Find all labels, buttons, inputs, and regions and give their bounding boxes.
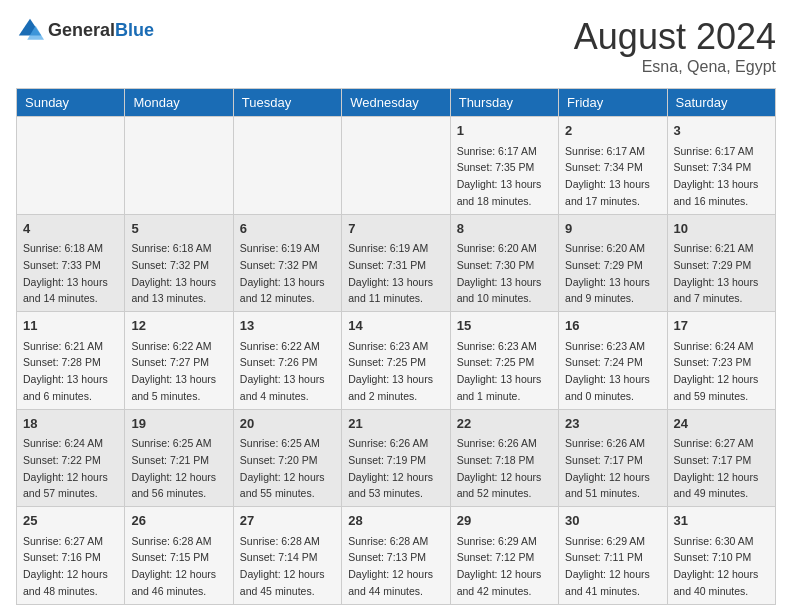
day-number: 8 bbox=[457, 219, 552, 239]
day-info: Sunrise: 6:23 AM Sunset: 7:25 PM Dayligh… bbox=[457, 340, 542, 402]
calendar-cell: 20Sunrise: 6:25 AM Sunset: 7:20 PM Dayli… bbox=[233, 409, 341, 507]
calendar-cell: 21Sunrise: 6:26 AM Sunset: 7:19 PM Dayli… bbox=[342, 409, 450, 507]
day-info: Sunrise: 6:18 AM Sunset: 7:33 PM Dayligh… bbox=[23, 242, 108, 304]
calendar-cell: 12Sunrise: 6:22 AM Sunset: 7:27 PM Dayli… bbox=[125, 312, 233, 410]
calendar-cell: 9Sunrise: 6:20 AM Sunset: 7:29 PM Daylig… bbox=[559, 214, 667, 312]
title-area: August 2024 Esna, Qena, Egypt bbox=[574, 16, 776, 76]
header-monday: Monday bbox=[125, 89, 233, 117]
day-info: Sunrise: 6:19 AM Sunset: 7:31 PM Dayligh… bbox=[348, 242, 433, 304]
day-info: Sunrise: 6:23 AM Sunset: 7:24 PM Dayligh… bbox=[565, 340, 650, 402]
calendar-cell: 7Sunrise: 6:19 AM Sunset: 7:31 PM Daylig… bbox=[342, 214, 450, 312]
day-info: Sunrise: 6:22 AM Sunset: 7:27 PM Dayligh… bbox=[131, 340, 216, 402]
day-number: 26 bbox=[131, 511, 226, 531]
day-number: 25 bbox=[23, 511, 118, 531]
calendar-cell bbox=[342, 117, 450, 215]
calendar-cell: 18Sunrise: 6:24 AM Sunset: 7:22 PM Dayli… bbox=[17, 409, 125, 507]
calendar-cell: 29Sunrise: 6:29 AM Sunset: 7:12 PM Dayli… bbox=[450, 507, 558, 605]
header: GeneralBlue August 2024 Esna, Qena, Egyp… bbox=[16, 16, 776, 76]
day-info: Sunrise: 6:20 AM Sunset: 7:30 PM Dayligh… bbox=[457, 242, 542, 304]
logo-text-blue: Blue bbox=[115, 20, 154, 40]
header-saturday: Saturday bbox=[667, 89, 775, 117]
day-info: Sunrise: 6:27 AM Sunset: 7:16 PM Dayligh… bbox=[23, 535, 108, 597]
calendar-cell bbox=[125, 117, 233, 215]
calendar-cell bbox=[17, 117, 125, 215]
header-sunday: Sunday bbox=[17, 89, 125, 117]
day-info: Sunrise: 6:27 AM Sunset: 7:17 PM Dayligh… bbox=[674, 437, 759, 499]
calendar-cell: 4Sunrise: 6:18 AM Sunset: 7:33 PM Daylig… bbox=[17, 214, 125, 312]
day-number: 24 bbox=[674, 414, 769, 434]
day-number: 30 bbox=[565, 511, 660, 531]
calendar-cell: 5Sunrise: 6:18 AM Sunset: 7:32 PM Daylig… bbox=[125, 214, 233, 312]
day-number: 6 bbox=[240, 219, 335, 239]
calendar-week-row: 18Sunrise: 6:24 AM Sunset: 7:22 PM Dayli… bbox=[17, 409, 776, 507]
logo: GeneralBlue bbox=[16, 16, 154, 44]
day-info: Sunrise: 6:28 AM Sunset: 7:13 PM Dayligh… bbox=[348, 535, 433, 597]
header-wednesday: Wednesday bbox=[342, 89, 450, 117]
day-info: Sunrise: 6:17 AM Sunset: 7:34 PM Dayligh… bbox=[674, 145, 759, 207]
calendar-cell bbox=[233, 117, 341, 215]
calendar-cell: 16Sunrise: 6:23 AM Sunset: 7:24 PM Dayli… bbox=[559, 312, 667, 410]
calendar-cell: 31Sunrise: 6:30 AM Sunset: 7:10 PM Dayli… bbox=[667, 507, 775, 605]
calendar-cell: 14Sunrise: 6:23 AM Sunset: 7:25 PM Dayli… bbox=[342, 312, 450, 410]
day-info: Sunrise: 6:28 AM Sunset: 7:14 PM Dayligh… bbox=[240, 535, 325, 597]
day-info: Sunrise: 6:21 AM Sunset: 7:28 PM Dayligh… bbox=[23, 340, 108, 402]
day-number: 29 bbox=[457, 511, 552, 531]
calendar-week-row: 1Sunrise: 6:17 AM Sunset: 7:35 PM Daylig… bbox=[17, 117, 776, 215]
calendar-cell: 30Sunrise: 6:29 AM Sunset: 7:11 PM Dayli… bbox=[559, 507, 667, 605]
day-info: Sunrise: 6:24 AM Sunset: 7:22 PM Dayligh… bbox=[23, 437, 108, 499]
calendar-cell: 10Sunrise: 6:21 AM Sunset: 7:29 PM Dayli… bbox=[667, 214, 775, 312]
calendar-cell: 1Sunrise: 6:17 AM Sunset: 7:35 PM Daylig… bbox=[450, 117, 558, 215]
calendar-cell: 22Sunrise: 6:26 AM Sunset: 7:18 PM Dayli… bbox=[450, 409, 558, 507]
day-info: Sunrise: 6:21 AM Sunset: 7:29 PM Dayligh… bbox=[674, 242, 759, 304]
day-info: Sunrise: 6:18 AM Sunset: 7:32 PM Dayligh… bbox=[131, 242, 216, 304]
day-number: 14 bbox=[348, 316, 443, 336]
day-number: 27 bbox=[240, 511, 335, 531]
day-number: 17 bbox=[674, 316, 769, 336]
day-info: Sunrise: 6:17 AM Sunset: 7:34 PM Dayligh… bbox=[565, 145, 650, 207]
day-number: 12 bbox=[131, 316, 226, 336]
day-number: 10 bbox=[674, 219, 769, 239]
calendar-cell: 13Sunrise: 6:22 AM Sunset: 7:26 PM Dayli… bbox=[233, 312, 341, 410]
day-number: 2 bbox=[565, 121, 660, 141]
location: Esna, Qena, Egypt bbox=[574, 58, 776, 76]
calendar-table: SundayMondayTuesdayWednesdayThursdayFrid… bbox=[16, 88, 776, 605]
day-info: Sunrise: 6:29 AM Sunset: 7:11 PM Dayligh… bbox=[565, 535, 650, 597]
calendar-week-row: 11Sunrise: 6:21 AM Sunset: 7:28 PM Dayli… bbox=[17, 312, 776, 410]
day-info: Sunrise: 6:25 AM Sunset: 7:20 PM Dayligh… bbox=[240, 437, 325, 499]
day-number: 16 bbox=[565, 316, 660, 336]
day-number: 31 bbox=[674, 511, 769, 531]
day-info: Sunrise: 6:17 AM Sunset: 7:35 PM Dayligh… bbox=[457, 145, 542, 207]
day-number: 28 bbox=[348, 511, 443, 531]
day-info: Sunrise: 6:26 AM Sunset: 7:18 PM Dayligh… bbox=[457, 437, 542, 499]
logo-text-general: General bbox=[48, 20, 115, 40]
calendar-cell: 17Sunrise: 6:24 AM Sunset: 7:23 PM Dayli… bbox=[667, 312, 775, 410]
day-number: 9 bbox=[565, 219, 660, 239]
calendar-cell: 24Sunrise: 6:27 AM Sunset: 7:17 PM Dayli… bbox=[667, 409, 775, 507]
day-number: 22 bbox=[457, 414, 552, 434]
day-number: 15 bbox=[457, 316, 552, 336]
calendar-cell: 11Sunrise: 6:21 AM Sunset: 7:28 PM Dayli… bbox=[17, 312, 125, 410]
day-number: 18 bbox=[23, 414, 118, 434]
day-info: Sunrise: 6:22 AM Sunset: 7:26 PM Dayligh… bbox=[240, 340, 325, 402]
calendar-week-row: 25Sunrise: 6:27 AM Sunset: 7:16 PM Dayli… bbox=[17, 507, 776, 605]
day-info: Sunrise: 6:20 AM Sunset: 7:29 PM Dayligh… bbox=[565, 242, 650, 304]
day-number: 4 bbox=[23, 219, 118, 239]
day-number: 7 bbox=[348, 219, 443, 239]
calendar-cell: 3Sunrise: 6:17 AM Sunset: 7:34 PM Daylig… bbox=[667, 117, 775, 215]
calendar-cell: 6Sunrise: 6:19 AM Sunset: 7:32 PM Daylig… bbox=[233, 214, 341, 312]
day-number: 23 bbox=[565, 414, 660, 434]
day-number: 20 bbox=[240, 414, 335, 434]
calendar-cell: 15Sunrise: 6:23 AM Sunset: 7:25 PM Dayli… bbox=[450, 312, 558, 410]
day-info: Sunrise: 6:29 AM Sunset: 7:12 PM Dayligh… bbox=[457, 535, 542, 597]
day-number: 13 bbox=[240, 316, 335, 336]
calendar-cell: 27Sunrise: 6:28 AM Sunset: 7:14 PM Dayli… bbox=[233, 507, 341, 605]
calendar-cell: 25Sunrise: 6:27 AM Sunset: 7:16 PM Dayli… bbox=[17, 507, 125, 605]
day-number: 21 bbox=[348, 414, 443, 434]
calendar-cell: 8Sunrise: 6:20 AM Sunset: 7:30 PM Daylig… bbox=[450, 214, 558, 312]
logo-icon bbox=[16, 16, 44, 44]
day-info: Sunrise: 6:30 AM Sunset: 7:10 PM Dayligh… bbox=[674, 535, 759, 597]
day-info: Sunrise: 6:26 AM Sunset: 7:19 PM Dayligh… bbox=[348, 437, 433, 499]
header-friday: Friday bbox=[559, 89, 667, 117]
day-info: Sunrise: 6:28 AM Sunset: 7:15 PM Dayligh… bbox=[131, 535, 216, 597]
calendar-cell: 23Sunrise: 6:26 AM Sunset: 7:17 PM Dayli… bbox=[559, 409, 667, 507]
